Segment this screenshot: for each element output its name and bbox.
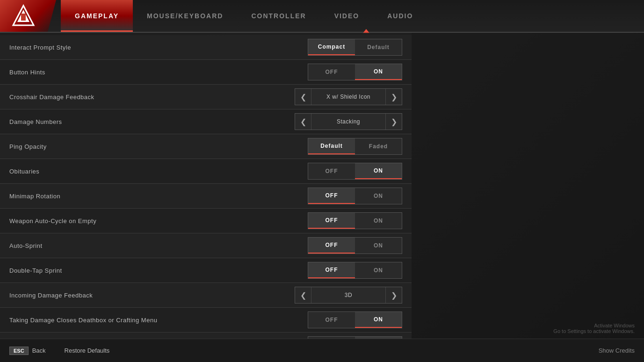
btn-button-hints-on[interactable]: On bbox=[355, 64, 402, 80]
label-auto-sprint: Auto-Sprint bbox=[9, 242, 308, 249]
control-double-tap-sprint: Off On bbox=[308, 262, 402, 279]
btn-weapon-auto-cycle-off[interactable]: Off bbox=[308, 213, 355, 229]
control-taking-damage-closes: Off On bbox=[308, 311, 402, 328]
esc-badge: ESC bbox=[9, 347, 29, 355]
setting-row-weapon-auto-cycle: Weapon Auto-Cycle on Empty Off On bbox=[0, 209, 412, 233]
arrow-right-incoming-damage[interactable]: ❯ bbox=[386, 287, 402, 303]
btn-ping-default[interactable]: Default bbox=[308, 138, 355, 154]
show-credits-button[interactable]: Show Credits bbox=[599, 347, 635, 354]
setting-row-obituaries: Obituaries Off On bbox=[0, 159, 412, 184]
value-damage-numbers: Stacking bbox=[311, 114, 386, 130]
svg-rect-2 bbox=[21, 14, 26, 21]
arrow-left-incoming-damage[interactable]: ❮ bbox=[295, 287, 311, 303]
label-button-hints: Button Hints bbox=[9, 69, 308, 76]
label-ping-opacity: Ping Opacity bbox=[9, 143, 308, 150]
arrow-selector-crosshair: ❮ X w/ Shield Icon ❯ bbox=[295, 88, 402, 105]
setting-row-interact-prompt-style: Interact Prompt Style Compact Default bbox=[0, 35, 412, 60]
control-crosshair-damage-feedback: ❮ X w/ Shield Icon ❯ bbox=[295, 88, 402, 105]
btn-auto-sprint-on[interactable]: On bbox=[355, 238, 402, 253]
back-button[interactable]: ESC Back bbox=[9, 347, 46, 355]
tab-mouse-keyboard[interactable]: MOUSE/KEYBOARD bbox=[133, 0, 237, 32]
arrow-selector-damage-numbers: ❮ Stacking ❯ bbox=[295, 113, 402, 130]
setting-row-damage-numbers: Damage Numbers ❮ Stacking ❯ bbox=[0, 109, 412, 134]
settings-panel[interactable]: Interact Prompt Style Compact Default Bu… bbox=[0, 33, 412, 339]
control-incoming-damage-feedback: ❮ 3D ❯ bbox=[295, 287, 402, 304]
label-double-tap-sprint: Double-Tap Sprint bbox=[9, 267, 308, 274]
restore-defaults-label: Restore Defaults bbox=[65, 347, 110, 354]
btn-double-tap-sprint-off[interactable]: Off bbox=[308, 262, 355, 278]
value-incoming-damage: 3D bbox=[311, 287, 386, 303]
nav-tabs: GAMEPLAY MOUSE/KEYBOARD CONTROLLER VIDEO… bbox=[61, 0, 644, 32]
control-auto-sprint: Off On bbox=[308, 237, 402, 254]
arrow-selector-incoming-damage: ❮ 3D ❯ bbox=[295, 287, 402, 304]
btn-minimap-on[interactable]: On bbox=[355, 188, 402, 204]
btn-weapon-auto-cycle-on[interactable]: On bbox=[355, 213, 402, 229]
setting-row-auto-sprint: Auto-Sprint Off On bbox=[0, 233, 412, 258]
activate-windows-line2: Go to Settings to activate Windows. bbox=[553, 328, 635, 334]
btn-double-tap-sprint-on[interactable]: On bbox=[355, 262, 402, 278]
bottom-bar: ESC Back Restore Defaults Show Credits bbox=[0, 339, 644, 362]
arrow-left-damage-numbers[interactable]: ❮ bbox=[295, 114, 311, 130]
setting-row-minimap-rotation: Minimap Rotation Off On bbox=[0, 184, 412, 209]
label-obituaries: Obituaries bbox=[9, 168, 308, 175]
label-minimap-rotation: Minimap Rotation bbox=[9, 193, 308, 200]
toggle-weapon-auto-cycle: Off On bbox=[308, 212, 402, 229]
tab-controller[interactable]: CONTROLLER bbox=[237, 0, 320, 32]
show-credits-label: Show Credits bbox=[599, 347, 635, 354]
control-weapon-auto-cycle: Off On bbox=[308, 212, 402, 229]
bottom-right: Show Credits bbox=[599, 347, 635, 354]
restore-defaults-button[interactable]: Restore Defaults bbox=[65, 347, 110, 354]
label-taking-damage-closes: Taking Damage Closes Deathbox or Craftin… bbox=[9, 317, 308, 324]
setting-row-incoming-damage-feedback: Incoming Damage Feedback ❮ 3D ❯ bbox=[0, 283, 412, 308]
btn-compact[interactable]: Compact bbox=[308, 39, 355, 55]
main-content: Interact Prompt Style Compact Default Bu… bbox=[0, 33, 644, 339]
btn-ping-faded[interactable]: Faded bbox=[355, 138, 402, 154]
arrow-right-damage-numbers[interactable]: ❯ bbox=[386, 114, 402, 130]
btn-auto-sprint-off[interactable]: Off bbox=[308, 238, 355, 253]
setting-row-hop-up-popup: Hop-Up Pop-Up Off On bbox=[0, 333, 412, 339]
setting-row-double-tap-sprint: Double-Tap Sprint Off On bbox=[0, 258, 412, 283]
control-interact-prompt-style: Compact Default bbox=[308, 39, 402, 56]
setting-row-crosshair-damage-feedback: Crosshair Damage Feedback ❮ X w/ Shield … bbox=[0, 85, 412, 109]
btn-taking-damage-closes-on[interactable]: On bbox=[355, 312, 402, 328]
back-label: Back bbox=[32, 347, 46, 354]
arrow-left-crosshair[interactable]: ❮ bbox=[295, 89, 311, 105]
label-weapon-auto-cycle: Weapon Auto-Cycle on Empty bbox=[9, 217, 308, 224]
label-crosshair-damage-feedback: Crosshair Damage Feedback bbox=[9, 94, 295, 101]
toggle-ping-opacity: Default Faded bbox=[308, 138, 402, 155]
toggle-obituaries: Off On bbox=[308, 163, 402, 180]
control-ping-opacity: Default Faded bbox=[308, 138, 402, 155]
toggle-double-tap-sprint: Off On bbox=[308, 262, 402, 279]
btn-taking-damage-closes-off[interactable]: Off bbox=[308, 312, 355, 328]
activate-windows-watermark: Activate Windows Go to Settings to activ… bbox=[553, 323, 635, 334]
btn-button-hints-off[interactable]: Off bbox=[308, 64, 355, 80]
control-damage-numbers: ❮ Stacking ❯ bbox=[295, 113, 402, 130]
arrow-right-crosshair[interactable]: ❯ bbox=[386, 89, 402, 105]
tab-gameplay[interactable]: GAMEPLAY bbox=[61, 0, 133, 32]
setting-row-ping-opacity: Ping Opacity Default Faded bbox=[0, 134, 412, 159]
label-interact-prompt-style: Interact Prompt Style bbox=[9, 44, 308, 51]
control-obituaries: Off On bbox=[308, 163, 402, 180]
btn-obituaries-on[interactable]: On bbox=[355, 163, 402, 179]
apex-logo bbox=[12, 4, 35, 28]
toggle-interact-prompt-style: Compact Default bbox=[308, 39, 402, 56]
btn-obituaries-off[interactable]: Off bbox=[308, 163, 355, 179]
setting-row-taking-damage-closes: Taking Damage Closes Deathbox or Craftin… bbox=[0, 308, 412, 333]
logo-area bbox=[0, 0, 56, 32]
toggle-taking-damage-closes: Off On bbox=[308, 311, 402, 328]
control-button-hints: Off On bbox=[308, 64, 402, 80]
tab-audio[interactable]: AUDIO bbox=[373, 0, 427, 32]
toggle-minimap-rotation: Off On bbox=[308, 188, 402, 204]
toggle-button-hints: Off On bbox=[308, 64, 402, 80]
toggle-auto-sprint: Off On bbox=[308, 237, 402, 254]
control-minimap-rotation: Off On bbox=[308, 188, 402, 204]
tab-video[interactable]: VIDEO bbox=[320, 0, 374, 32]
top-navigation: GAMEPLAY MOUSE/KEYBOARD CONTROLLER VIDEO… bbox=[0, 0, 644, 33]
label-incoming-damage-feedback: Incoming Damage Feedback bbox=[9, 292, 295, 299]
setting-row-button-hints: Button Hints Off On bbox=[0, 60, 412, 85]
btn-minimap-off[interactable]: Off bbox=[308, 188, 355, 204]
right-panel bbox=[412, 33, 644, 339]
btn-default-prompt[interactable]: Default bbox=[355, 39, 402, 55]
label-damage-numbers: Damage Numbers bbox=[9, 118, 295, 125]
activate-windows-line1: Activate Windows bbox=[553, 323, 635, 328]
